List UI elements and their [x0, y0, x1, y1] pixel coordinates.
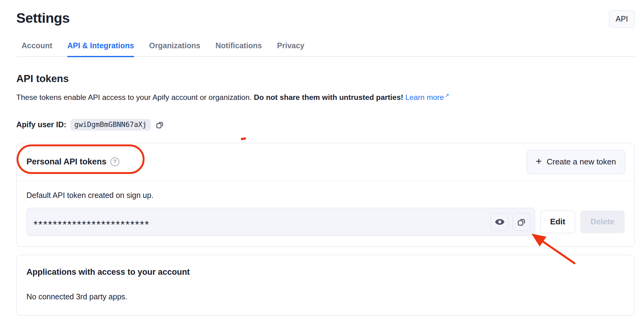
api-tokens-description: These tokens enable API access to your A… [16, 92, 635, 103]
page-header: Settings API [16, 10, 635, 28]
learn-more-link[interactable]: Learn more [405, 93, 444, 101]
personal-tokens-title-group: Personal API tokens ? [26, 157, 119, 167]
personal-tokens-title: Personal API tokens [26, 157, 106, 167]
copy-icon [155, 120, 165, 129]
tab-privacy[interactable]: Privacy [277, 38, 304, 57]
settings-page: Settings API Account API & Integrations … [0, 0, 644, 335]
personal-tokens-card-body: Default API token created on sign up. **… [17, 181, 634, 246]
create-new-token-button[interactable]: + Create a new token [527, 150, 625, 174]
api-button[interactable]: API [609, 10, 635, 28]
api-tokens-heading: API tokens [16, 73, 635, 85]
external-link-icon: ↗ [445, 93, 449, 98]
page-content: Settings API Account API & Integrations … [0, 0, 644, 316]
reveal-token-button[interactable] [491, 213, 509, 231]
copy-token-button[interactable] [513, 213, 531, 231]
edit-token-button[interactable]: Edit [540, 211, 575, 233]
masked-token-field[interactable]: ************************ [26, 208, 535, 236]
create-new-token-label: Create a new token [547, 157, 616, 167]
tab-account[interactable]: Account [22, 38, 52, 57]
copy-icon [517, 217, 527, 227]
user-id-row: Apify user ID: gwiDgmBmGBNN67aXj [16, 119, 635, 131]
applications-empty-message: No connected 3rd party apps. [26, 292, 625, 301]
token-description: Default API token created on sign up. [26, 191, 625, 200]
tab-api-integrations[interactable]: API & Integrations [67, 38, 134, 57]
eye-icon [495, 217, 505, 227]
plus-icon: + [536, 156, 542, 166]
user-id-value: gwiDgmBmGBNN67aXj [70, 119, 151, 131]
masked-token-value: ************************ [34, 219, 150, 231]
token-field-actions [491, 213, 531, 231]
delete-token-button[interactable]: Delete [580, 211, 625, 233]
tab-organizations[interactable]: Organizations [149, 38, 201, 57]
personal-api-tokens-card: Personal API tokens ? + Create a new tok… [16, 143, 635, 247]
token-row: ************************ [26, 208, 625, 236]
description-warning: Do not share them with untrusted parties… [254, 93, 403, 101]
description-text: These tokens enable API access to your A… [16, 93, 252, 101]
tab-notifications[interactable]: Notifications [215, 38, 262, 57]
user-id-label: Apify user ID: [16, 120, 66, 129]
applications-card-title: Applications with access to your account [26, 267, 625, 277]
settings-tab-bar: Account API & Integrations Organizations… [16, 38, 635, 57]
help-icon[interactable]: ? [110, 157, 119, 166]
applications-card: Applications with access to your account… [16, 255, 635, 316]
copy-user-id-button[interactable] [155, 120, 165, 129]
personal-tokens-card-header: Personal API tokens ? + Create a new tok… [17, 143, 634, 181]
page-title: Settings [16, 10, 70, 26]
